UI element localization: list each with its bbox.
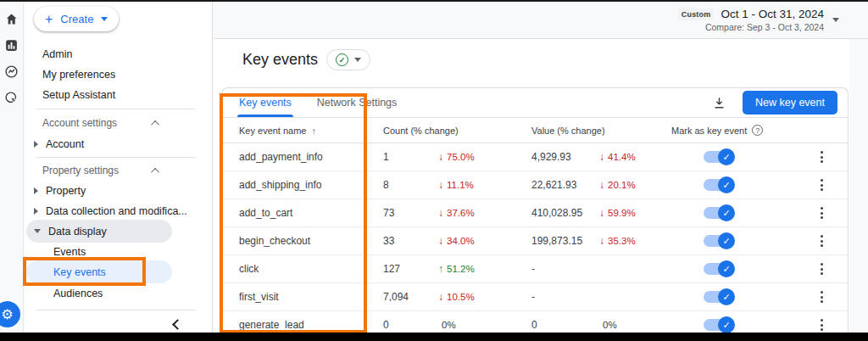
toggle-check-icon: ✓ [718,288,735,305]
table-row: click 127 ↑51.2% - ✓ [222,255,848,283]
nav-advertising[interactable] [0,79,23,105]
sidebar-item-label: My preferences [42,69,115,81]
sidebar-item-setup-assistant[interactable]: Setup Assistant [25,85,212,105]
card-toolbar: Key events Network Settings New key even… [222,88,848,118]
key-event-name-cell: add_shipping_info [239,179,383,191]
table-row: add_shipping_info 8 ↓11.1% 22,621.93 ↓20… [222,171,848,199]
nav-reports[interactable] [0,26,23,53]
plus-icon: + [45,13,53,26]
mark-as-key-event-toggle[interactable]: ✓ [704,151,732,163]
sidebar-item-property[interactable]: Property [25,181,212,201]
mark-as-key-event-toggle[interactable]: ✓ [704,179,732,191]
trend-arrow-icon: ↓ [599,151,604,163]
compare-range-text: Compare: Sep 3 - Oct 3, 2024 [705,22,824,32]
row-menu-button[interactable] [817,176,826,194]
mark-as-key-event-toggle[interactable]: ✓ [704,291,732,303]
tab-label: Key events [239,97,292,109]
row-menu-button[interactable] [817,232,826,250]
sidebar-item-label: Account [46,138,84,150]
sidebar-item-label: Property [46,185,86,197]
toggle-check-icon: ✓ [718,260,735,277]
date-range-selector[interactable]: Custom Oct 1 - Oct 31, 2024 Compare: Sep… [678,8,839,32]
table-row: add_to_cart 73 ↓37.6% 410,028.95 ↓59.9% … [222,199,848,227]
app-icon-rail: ⚙ [0,2,24,333]
mark-as-key-event-toggle[interactable]: ✓ [704,207,732,219]
sidebar-item-label: Admin [42,48,72,60]
key-events-status-dropdown[interactable]: ✓ [326,49,370,70]
section-property-settings[interactable]: Property settings [25,160,212,181]
trend-arrow-icon: ↓ [438,179,443,191]
tab-label: Network Settings [317,97,397,109]
mark-as-key-event-toggle[interactable]: ✓ [704,235,732,247]
page-title: Key events [242,51,318,69]
mark-as-key-event-toggle[interactable]: ✓ [704,263,732,275]
sidebar-item-my-preferences[interactable]: My preferences [25,64,212,85]
value-change-cell: ↓59.9% [599,207,671,219]
section-label: Account settings [42,117,117,129]
sidebar-item-label: Audiences [53,288,103,299]
collapse-sidebar-button[interactable] [169,317,186,331]
sidebar-item-admin[interactable]: Admin [25,44,212,64]
admin-gear-icon[interactable]: ⚙ [0,301,20,327]
value-cell: 199,873.15 [531,235,599,247]
key-event-name-cell: add_payment_info [239,151,383,163]
sidebar-item-data-collection[interactable]: Data collection and modifica... [25,201,212,221]
row-menu-button[interactable] [817,316,826,333]
value-change-cell: ↓41.4% [599,151,671,163]
count-change-cell: ↑51.2% [438,263,531,275]
screenshot-bottom-border [0,333,868,341]
divider [36,310,195,310]
tab-network-settings[interactable]: Network Settings [317,88,397,117]
sidebar-item-label: Setup Assistant [42,89,115,101]
nav-explore[interactable] [0,53,23,79]
help-icon[interactable]: ? [752,125,763,136]
expand-right-icon [34,208,38,215]
explore-icon [4,64,19,79]
new-key-event-button[interactable]: New key event [743,91,837,115]
nav-home[interactable] [0,2,23,26]
sort-ascending-icon: ↑ [312,126,317,136]
trend-arrow-icon: ↓ [438,291,443,303]
sidebar-item-account[interactable]: Account [25,134,212,154]
sidebar-item-events[interactable]: Events [25,242,212,262]
toggle-check-icon: ✓ [718,204,735,221]
count-change-cell: 0% [438,320,531,330]
download-button[interactable] [710,94,727,111]
key-event-name-cell: generate_lead [239,319,383,331]
chevron-down-icon [101,17,108,21]
section-account-settings[interactable]: Account settings [25,113,212,133]
tab-key-events[interactable]: Key events [239,88,292,117]
expand-down-icon [34,229,41,233]
count-cell: 1 [383,151,438,163]
mark-as-key-event-toggle[interactable]: ✓ [704,319,732,331]
row-menu-button[interactable] [817,148,826,166]
value-change-cell: 0% [599,320,671,330]
key-event-name-cell: click [239,263,383,275]
row-menu-button[interactable] [817,288,826,306]
value-cell: 22,621.93 [531,179,599,191]
page-header-band: Custom Oct 1 - Oct 31, 2024 Compare: Sep… [214,2,868,39]
column-header-key-event-name[interactable]: Key event name ↑ [239,126,383,136]
trend-arrow-icon: ↓ [599,207,604,219]
create-button[interactable]: + Create [34,7,119,31]
toggle-check-icon: ✓ [718,148,735,165]
divider [36,157,195,158]
sidebar-item-data-display[interactable]: Data display [26,220,172,243]
count-change-cell: ↓34.0% [438,235,531,247]
expand-right-icon [34,141,38,148]
sidebar-item-label: Events [53,246,86,258]
custom-badge: Custom [678,8,715,20]
chevron-down-icon [354,58,361,62]
row-menu-button[interactable] [817,204,826,222]
row-menu-button[interactable] [817,260,826,278]
tab-bar: Key events Network Settings [222,88,397,117]
count-cell: 33 [383,235,438,247]
sidebar-item-key-events[interactable]: Key events [26,260,172,283]
sidebar-item-audiences[interactable]: Audiences [25,283,212,304]
value-change-cell: ↓35.3% [599,235,671,247]
value-cell: 410,028.95 [531,207,599,219]
table-body: add_payment_info 1 ↓75.0% 4,929.93 ↓41.4… [222,143,848,333]
key-event-name-cell: begin_checkout [239,235,383,247]
count-change-cell: ↓37.6% [438,207,531,219]
count-change-cell: ↓11.1% [438,179,531,191]
